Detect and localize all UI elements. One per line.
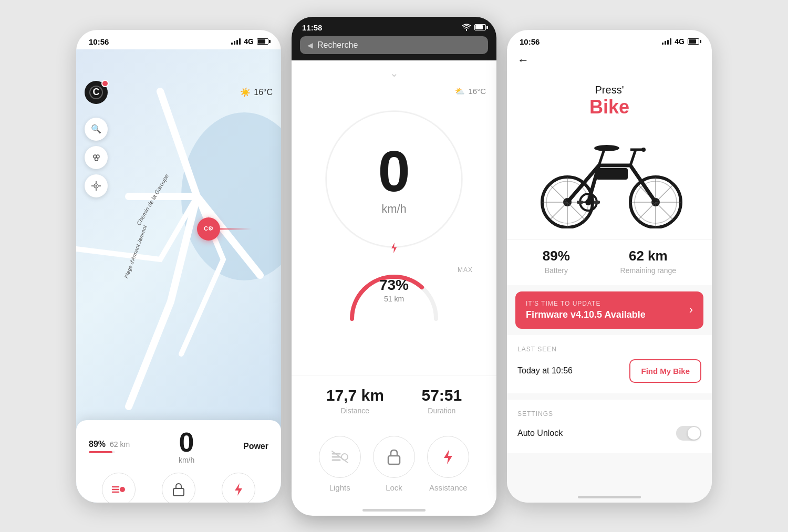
bike-marker-trail bbox=[220, 228, 252, 230]
auto-unlock-toggle[interactable] bbox=[676, 426, 701, 441]
stats-row: 17,7 km Distance 57:51 Duration bbox=[292, 375, 496, 425]
lightning-below-speed bbox=[390, 242, 398, 257]
battery-value-3: 89% bbox=[543, 248, 570, 264]
lightning-icon-2 bbox=[441, 448, 455, 465]
battery-gauge-container: 73% 51 km MAX bbox=[341, 266, 447, 324]
map-location-btn[interactable] bbox=[85, 174, 108, 197]
lights-off-icon bbox=[331, 450, 349, 464]
battery-bar-fill bbox=[89, 451, 112, 453]
home-indicator-3 bbox=[578, 496, 641, 498]
lock-btn[interactable] bbox=[162, 473, 195, 503]
weather-icon-1: ☀️ bbox=[240, 87, 251, 97]
battery-pct: 89% bbox=[89, 440, 106, 449]
battery-fill-3 bbox=[689, 39, 696, 44]
logo-badge bbox=[101, 80, 109, 87]
controls-row-2: Lights Lock Assistance bbox=[292, 425, 496, 508]
battery-range: 62 km bbox=[110, 440, 130, 448]
pull-indicator: ⌄ bbox=[292, 60, 496, 82]
map-screen[interactable]: Chemin de la Garoupe Plage d'Armant Jamm… bbox=[76, 49, 281, 503]
app-logo[interactable]: C bbox=[85, 81, 108, 104]
lights-ctrl: Lights bbox=[319, 436, 361, 492]
map-search-btn[interactable]: 🔍 bbox=[85, 118, 108, 141]
svg-rect-15 bbox=[173, 488, 184, 496]
battery-stat-3: 89% Battery bbox=[543, 248, 570, 275]
battery-label-3: Battery bbox=[543, 266, 570, 275]
bottom-stats: 89% 62 km 0 km/h Power bbox=[89, 429, 268, 464]
signal-bars-1 bbox=[231, 38, 241, 45]
lights-btn[interactable] bbox=[102, 473, 136, 503]
battery-fill-2 bbox=[475, 25, 483, 29]
lights-label: Lights bbox=[329, 483, 350, 492]
time-1: 10:56 bbox=[89, 37, 109, 46]
status-bar-3: 10:56 4G bbox=[507, 30, 712, 49]
svg-rect-23 bbox=[388, 456, 400, 464]
lock-label: Lock bbox=[386, 483, 402, 492]
network-3: 4G bbox=[675, 37, 685, 46]
battery-stat: 89% 62 km bbox=[89, 440, 130, 453]
assistance-circle-btn[interactable] bbox=[427, 436, 469, 478]
svg-line-41 bbox=[630, 150, 636, 165]
last-seen-label: LAST SEEN bbox=[517, 346, 701, 353]
lightning-icon-1 bbox=[233, 482, 244, 497]
toggle-knob bbox=[688, 427, 700, 440]
speed-kmh: km/h bbox=[381, 202, 407, 216]
last-seen-section: LAST SEEN Today at 10:56 Find My Bike bbox=[507, 335, 712, 393]
lock-circle-btn[interactable] bbox=[373, 436, 415, 478]
svg-point-6 bbox=[96, 185, 97, 186]
status-bar-1: 10:56 4G bbox=[76, 30, 281, 49]
time-3: 10:56 bbox=[520, 37, 540, 46]
home-indicator-2 bbox=[362, 509, 426, 512]
lights-circle-btn[interactable] bbox=[319, 436, 361, 478]
lights-icon bbox=[111, 484, 126, 495]
update-small-text: IT'S TIME TO UPDATE bbox=[526, 300, 646, 307]
battery-icon-1 bbox=[257, 38, 268, 45]
weather-2: ⛅ 16°C bbox=[455, 87, 486, 96]
assistance-btn[interactable] bbox=[222, 473, 255, 503]
speed-number: 0 bbox=[378, 142, 410, 200]
bar4 bbox=[239, 38, 241, 45]
battery-values: 89% 62 km bbox=[89, 440, 130, 449]
bar3-3 bbox=[667, 40, 669, 45]
svg-line-39 bbox=[599, 150, 604, 165]
wifi-icon bbox=[462, 24, 471, 31]
speed-unit: km/h bbox=[179, 456, 194, 464]
chevron-down-icon: ⌄ bbox=[390, 67, 399, 79]
press-text: Press' bbox=[517, 84, 701, 96]
svg-marker-16 bbox=[235, 483, 242, 496]
search-text: Recherche bbox=[317, 40, 358, 50]
bike-header: Press' Bike bbox=[507, 76, 712, 129]
update-chevron-icon: › bbox=[689, 303, 693, 317]
weather-1: ☀️ 16°C bbox=[240, 87, 273, 97]
lock-icon bbox=[172, 482, 185, 497]
svg-point-14 bbox=[120, 487, 125, 492]
bike-image-container bbox=[507, 129, 712, 239]
status-right-1: 4G bbox=[231, 37, 268, 46]
search-bar[interactable]: ◀ Recherche bbox=[300, 36, 488, 54]
phone-1-map: 10:56 4G Chemi bbox=[76, 30, 281, 503]
battery-icon-3 bbox=[688, 38, 699, 45]
status-right-2 bbox=[462, 24, 486, 31]
svg-marker-17 bbox=[391, 243, 397, 253]
map-layers-btn[interactable] bbox=[85, 146, 108, 169]
battery-bar-small bbox=[89, 451, 115, 453]
battery-icon-2 bbox=[474, 24, 486, 30]
bike-marker[interactable]: C⚙ bbox=[197, 217, 220, 241]
update-banner[interactable]: IT'S TIME TO UPDATE Firmware v4.10.5 Ava… bbox=[515, 291, 703, 329]
duration-stat: 57:51 Duration bbox=[421, 387, 462, 415]
lock-icon-2 bbox=[387, 448, 401, 465]
find-bike-btn[interactable]: Find My Bike bbox=[629, 359, 701, 383]
bar4-3 bbox=[670, 38, 671, 45]
back-btn[interactable]: ← bbox=[517, 54, 529, 67]
bike-screen: ← Press' Bike bbox=[507, 49, 712, 503]
phone-2-speed: 11:58 ◀ Recherche ⌄ ⛅ bbox=[292, 17, 496, 516]
battery-gauge-pct: 73% bbox=[379, 277, 409, 294]
settings-label: SETTINGS bbox=[517, 410, 701, 418]
logo-ring bbox=[89, 85, 103, 100]
svg-point-43 bbox=[641, 148, 646, 152]
signal-bars-3 bbox=[662, 38, 671, 45]
distance-value: 17,7 km bbox=[326, 387, 384, 404]
battery-gauge-km: 51 km bbox=[379, 295, 409, 303]
gauge-center-text: 73% 51 km bbox=[379, 277, 409, 303]
range-value-3: 62 km bbox=[620, 248, 677, 264]
bar1 bbox=[231, 43, 233, 45]
